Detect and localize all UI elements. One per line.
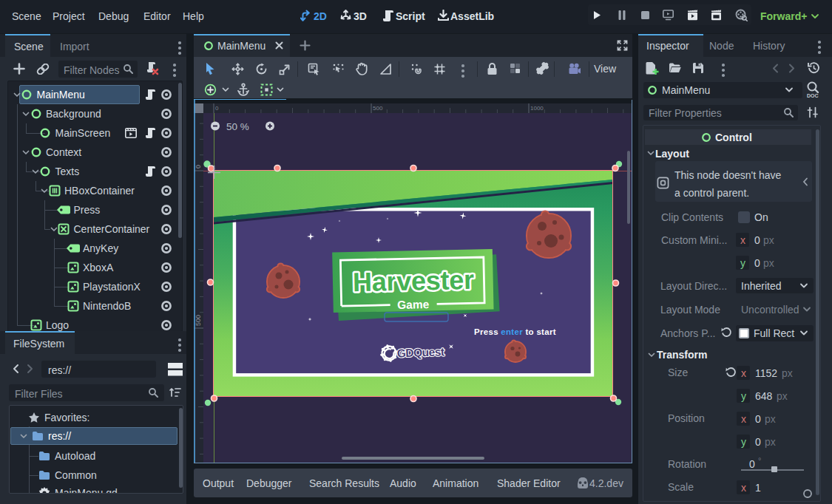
svg-text:DOC: DOC	[807, 93, 819, 98]
